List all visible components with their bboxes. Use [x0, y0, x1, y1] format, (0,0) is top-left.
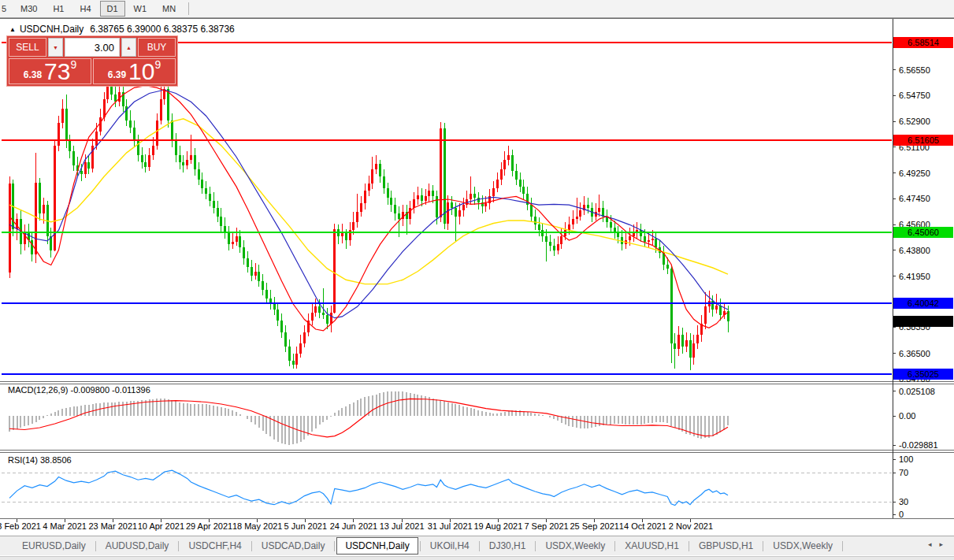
tab-usdx-weekly[interactable]: USDX,Weekly: [537, 538, 613, 554]
chart-tabs-bar: EURUSD,DailyAUDUSD,DailyUSDCHF,H4USDCAD,…: [0, 536, 954, 555]
svg-text:5 Jun 2021: 5 Jun 2021: [284, 521, 327, 531]
sell-price-prefix: 6.38: [24, 67, 42, 83]
svg-text:29 Apr 2021: 29 Apr 2021: [186, 521, 232, 531]
buy-button[interactable]: BUY: [138, 38, 176, 57]
spin-down-icon: ▼: [53, 45, 58, 50]
svg-text:24 Jun 2021: 24 Jun 2021: [330, 521, 378, 531]
horizontal-level-lines: [2, 43, 892, 374]
sell-price-pip: 9: [70, 60, 76, 69]
macd-histogram: [9, 391, 728, 446]
svg-text:4 Mar 2021: 4 Mar 2021: [43, 521, 87, 531]
tab-dj30-h1[interactable]: DJ30,H1: [481, 538, 534, 554]
svg-text:70: 70: [899, 468, 908, 477]
svg-text:6.45060: 6.45060: [908, 228, 939, 237]
tab-separator: [95, 541, 96, 551]
sell-button[interactable]: SELL: [9, 38, 46, 57]
tab-separator: [842, 541, 843, 551]
tab-separator: [614, 541, 615, 551]
svg-text:6.51605: 6.51605: [908, 135, 939, 145]
tab-separator: [251, 541, 252, 551]
svg-text:6.52900: 6.52900: [899, 117, 930, 126]
volume-increase-button[interactable]: ▲: [121, 38, 136, 57]
tab-eurusd-daily[interactable]: EURUSD,Daily: [14, 538, 94, 554]
tab-ukoil-h4[interactable]: UKOil,H4: [422, 538, 477, 554]
tab-gbpusd-h1[interactable]: GBPUSD,H1: [691, 538, 761, 554]
pane-frame: [0, 19, 954, 519]
tab-separator: [178, 541, 179, 551]
svg-text:6.40042: 6.40042: [908, 299, 939, 308]
tab-usdcad-daily[interactable]: USDCAD,Daily: [254, 538, 333, 554]
scroll-tabs-left-icon[interactable]: ◂: [928, 540, 932, 548]
svg-text:14 Oct 2021: 14 Oct 2021: [619, 521, 666, 531]
collapse-trade-panel-icon[interactable]: ▲: [9, 26, 16, 33]
svg-text:6.36500: 6.36500: [899, 349, 930, 358]
tab-usdx-weekly[interactable]: USDX,Weekly: [765, 538, 841, 554]
svg-text:RSI(14) 38.8506: RSI(14) 38.8506: [8, 455, 72, 465]
svg-text:6.58514: 6.58514: [908, 38, 939, 47]
one-click-trading-panel: SELL ▼ ▲ BUY 6.38 73 9 6.39 10 9: [6, 35, 178, 87]
svg-text:MACD(12,26,9) -0.009800 -0.011: MACD(12,26,9) -0.009800 -0.011396: [8, 385, 150, 395]
scroll-tabs-right-icon[interactable]: ▸: [939, 540, 943, 548]
rsi-level-lines: [2, 473, 892, 502]
mt4-terminal: { "toolbar":{"items":["5","M30","H1","H4…: [0, 0, 954, 560]
svg-text:18 May 2021: 18 May 2021: [232, 521, 283, 531]
rsi-line: [9, 470, 728, 505]
svg-text:23 Mar 2021: 23 Mar 2021: [88, 521, 137, 531]
svg-text:10 Apr 2021: 10 Apr 2021: [138, 521, 184, 531]
tab-usdchf-h4[interactable]: USDCHF,H4: [180, 538, 249, 554]
tab-scroll-arrows: ◂ ▸: [928, 540, 943, 548]
svg-text:13 Jul 2021: 13 Jul 2021: [380, 521, 425, 531]
spin-up-icon: ▲: [126, 45, 132, 50]
svg-text:-0.029881: -0.029881: [899, 440, 938, 450]
svg-text:30: 30: [899, 497, 908, 506]
candlesticks: [9, 61, 729, 370]
status-strip: [0, 556, 954, 560]
svg-text:31 Jul 2021: 31 Jul 2021: [428, 521, 473, 531]
svg-text:6.35025: 6.35025: [908, 369, 939, 379]
buy-price-button[interactable]: 6.39 10 9: [93, 58, 176, 84]
tab-separator: [479, 541, 480, 551]
svg-text:19 Aug 2021: 19 Aug 2021: [474, 521, 523, 531]
chart-title: ▲USDCNH,Daily6.38765 6.39000 6.38375 6.3…: [9, 24, 235, 35]
tab-xauusd-h1[interactable]: XAUUSD,H1: [617, 538, 687, 554]
buy-price-prefix: 6.39: [108, 67, 126, 83]
svg-text:25 Sep 2021: 25 Sep 2021: [570, 521, 618, 531]
svg-text:6.47450: 6.47450: [899, 194, 930, 203]
tab-separator: [763, 541, 763, 551]
svg-text:6.41950: 6.41950: [899, 272, 930, 281]
svg-text:6.54750: 6.54750: [899, 91, 930, 100]
tab-usdcnh-daily[interactable]: USDCNH,Daily: [336, 537, 418, 554]
price-axis[interactable]: 6.565506.547506.529006.511006.492506.474…: [893, 19, 938, 519]
volume-decrease-button[interactable]: ▼: [48, 38, 63, 57]
tab-separator: [334, 541, 335, 551]
trade-panel-price-row: 6.38 73 9 6.39 10 9: [9, 58, 176, 84]
svg-text:0.025108: 0.025108: [899, 387, 935, 396]
sell-price-button[interactable]: 6.38 73 9: [9, 58, 91, 84]
buy-price-pip: 9: [154, 60, 161, 69]
svg-text:0.00: 0.00: [899, 411, 915, 421]
tab-separator: [535, 541, 536, 551]
time-axis[interactable]: 13 Feb 20214 Mar 202123 Mar 202110 Apr 2…: [0, 519, 713, 532]
svg-text:6.49250: 6.49250: [899, 169, 930, 178]
svg-text:7 Sep 2021: 7 Sep 2021: [524, 521, 568, 531]
svg-text:2 Nov 2021: 2 Nov 2021: [669, 521, 713, 531]
symbol-period-label: USDCNH,Daily: [20, 24, 84, 35]
svg-text:100: 100: [899, 454, 913, 464]
volume-input[interactable]: [65, 38, 120, 57]
ohlc-quote-line: 6.38765 6.39000 6.38375 6.38736: [90, 24, 235, 35]
ma-slow-yellow: [9, 119, 728, 284]
trade-panel-top-row: SELL ▼ ▲ BUY: [9, 38, 176, 57]
svg-text:13 Feb 2021: 13 Feb 2021: [0, 521, 41, 531]
tab-separator: [420, 541, 421, 551]
svg-text:6.38736: 6.38736: [908, 317, 939, 326]
tab-audusd-daily[interactable]: AUDUSD,Daily: [98, 538, 177, 554]
tab-separator: [689, 541, 689, 551]
svg-text:6.56550: 6.56550: [899, 65, 930, 75]
buy-price-big: 10: [128, 61, 154, 83]
sell-price-big: 73: [44, 61, 70, 83]
svg-text:0: 0: [899, 510, 904, 519]
svg-text:6.43800: 6.43800: [899, 246, 930, 255]
